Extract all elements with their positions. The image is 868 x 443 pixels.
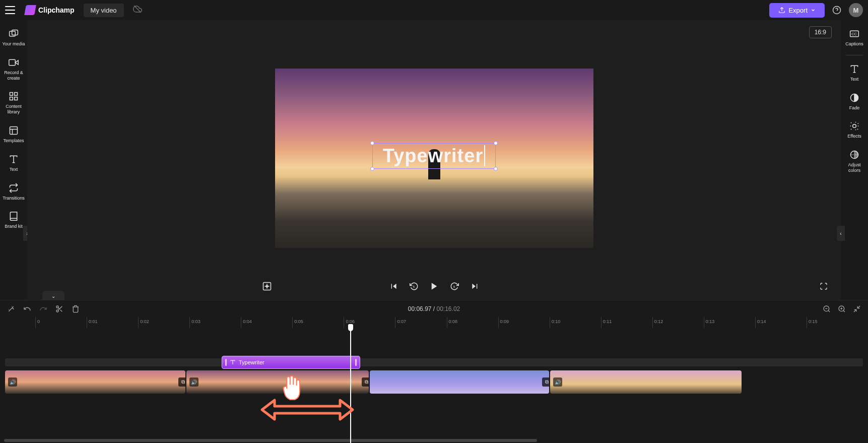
rewind-5-button[interactable]: 5: [407, 279, 421, 293]
text-clip-typewriter[interactable]: Typewriter: [222, 356, 360, 369]
sidebar-transitions[interactable]: Transitions: [0, 178, 27, 205]
clip-audio-icon[interactable]: 🔊: [553, 377, 562, 387]
rsb-captions[interactable]: CC Captions: [841, 24, 868, 51]
timeline-tracks[interactable]: Typewriter 🔊 ⧉ 🔊 ⧉ ⧉ 🔊: [0, 328, 868, 439]
ruler-mark[interactable]: 0:07: [395, 317, 446, 328]
sidebar-templates[interactable]: Templates: [0, 121, 27, 148]
ruler-mark[interactable]: 0:01: [87, 317, 138, 328]
ruler-mark[interactable]: 0:05: [292, 317, 344, 328]
sidebar-content-library[interactable]: Content library: [0, 87, 27, 119]
skip-back-button[interactable]: [387, 279, 401, 293]
sidebar-your-media[interactable]: Your media: [0, 24, 27, 51]
forward-5-button[interactable]: 5: [447, 279, 461, 293]
upload-icon: [778, 7, 785, 14]
transitions-icon: [9, 183, 19, 193]
svg-rect-12: [10, 126, 18, 134]
clip-audio-icon[interactable]: 🔊: [189, 377, 198, 387]
magic-tool-button[interactable]: [6, 304, 16, 314]
resize-handle-br[interactable]: [494, 167, 498, 171]
video-clip-3[interactable]: ⧉: [370, 370, 549, 394]
header-bar: Clipchamp My video Export M: [0, 0, 868, 20]
transition-button[interactable]: ⧉: [178, 377, 185, 387]
ruler-mark[interactable]: 0:03: [189, 317, 241, 328]
ruler-mark[interactable]: 0:12: [652, 317, 704, 328]
svg-rect-5: [12, 30, 18, 35]
collapse-right-chevron[interactable]: ‹: [837, 226, 845, 241]
svg-point-32: [56, 306, 58, 308]
timeline-ruler[interactable]: 00:010:020:030:040:050:060:070:080:090:1…: [0, 317, 868, 328]
overlay-text-content[interactable]: Typewriter: [383, 145, 485, 166]
project-name-field[interactable]: My video: [84, 4, 124, 17]
ruler-mark[interactable]: 0:13: [704, 317, 755, 328]
user-avatar[interactable]: M: [849, 3, 863, 17]
text-track[interactable]: Typewriter: [5, 358, 863, 366]
ruler-mark[interactable]: 0: [35, 317, 87, 328]
collapse-timeline-toggle[interactable]: ⌄: [42, 291, 64, 301]
sync-off-icon[interactable]: [133, 5, 142, 16]
export-button[interactable]: Export: [769, 3, 825, 18]
rsb-effects[interactable]: Effects: [841, 116, 868, 143]
clip-trim-left[interactable]: [225, 359, 227, 366]
ruler-mark[interactable]: 0:15: [807, 317, 858, 328]
preview-area[interactable]: Typewriter: [27, 44, 841, 272]
sidebar-transitions-label: Transitions: [3, 196, 25, 201]
captions-icon: CC: [849, 29, 859, 39]
menu-hamburger-icon[interactable]: [5, 6, 15, 14]
sidebar-text[interactable]: Text: [0, 150, 27, 176]
brand-logo[interactable]: Clipchamp: [25, 5, 75, 15]
clip-audio-icon[interactable]: 🔊: [8, 377, 17, 387]
clip-trim-right[interactable]: [355, 359, 357, 366]
video-track[interactable]: 🔊 ⧉ 🔊 ⧉ ⧉ 🔊: [5, 370, 863, 394]
rsb-text[interactable]: Text: [841, 59, 868, 86]
preview-canvas[interactable]: Typewriter: [275, 69, 593, 248]
templates-icon: [9, 125, 19, 136]
skip-forward-button[interactable]: [468, 279, 482, 293]
sparkle-icon: [262, 281, 272, 291]
video-clip-1[interactable]: 🔊 ⧉: [5, 370, 185, 394]
horizontal-scrollbar[interactable]: [0, 439, 868, 443]
resize-handle-tr[interactable]: [494, 141, 498, 145]
split-button[interactable]: [54, 304, 64, 314]
fit-zoom-button[interactable]: [852, 304, 862, 314]
rsb-captions-label: Captions: [845, 41, 863, 47]
rsb-adjust-colors-label: Adjust colors: [842, 162, 867, 173]
help-button[interactable]: [830, 3, 844, 17]
video-clip-4[interactable]: 🔊: [550, 370, 742, 394]
ruler-mark[interactable]: 0:02: [138, 317, 189, 328]
playhead[interactable]: [350, 328, 351, 443]
trash-icon: [72, 305, 80, 313]
undo-button[interactable]: [22, 304, 32, 314]
resize-handle-tl[interactable]: [370, 141, 374, 145]
zoom-out-button[interactable]: [822, 304, 832, 314]
sidebar-record-create[interactable]: Record & create: [0, 53, 27, 85]
zoom-in-icon: [838, 305, 846, 313]
playhead-head-icon[interactable]: [348, 324, 353, 331]
ruler-mark[interactable]: 0:08: [447, 317, 498, 328]
rsb-fade[interactable]: Fade: [841, 88, 868, 115]
resize-handle-bl[interactable]: [370, 167, 374, 171]
auto-enhance-button[interactable]: [260, 279, 274, 293]
text-overlay-selection[interactable]: Typewriter: [372, 143, 496, 169]
video-clip-2[interactable]: 🔊 ⧉: [186, 370, 369, 394]
timeline-time-display: 00:06.97 / 00:16.02: [408, 305, 460, 312]
zoom-in-button[interactable]: [837, 304, 847, 314]
ruler-mark[interactable]: 0:04: [241, 317, 292, 328]
svg-marker-21: [431, 283, 437, 290]
aspect-ratio-button[interactable]: 16:9: [809, 26, 832, 38]
ruler-mark[interactable]: 0:14: [755, 317, 807, 328]
ruler-mark[interactable]: 0:11: [601, 317, 652, 328]
transition-button[interactable]: ⧉: [542, 377, 549, 387]
sidebar-your-media-label: Your media: [2, 41, 25, 47]
scissors-icon: [55, 305, 63, 313]
ruler-mark[interactable]: 0:10: [550, 317, 601, 328]
svg-rect-10: [15, 97, 18, 100]
transition-button[interactable]: ⧉: [362, 377, 369, 387]
record-icon: [9, 57, 19, 68]
play-button[interactable]: [427, 279, 441, 293]
question-icon: [832, 6, 841, 15]
scrollbar-thumb[interactable]: [4, 439, 537, 442]
fullscreen-button[interactable]: [817, 279, 831, 293]
ruler-mark[interactable]: 0:09: [498, 317, 550, 328]
rsb-adjust-colors[interactable]: Adjust colors: [841, 145, 868, 177]
delete-button[interactable]: [71, 304, 81, 314]
